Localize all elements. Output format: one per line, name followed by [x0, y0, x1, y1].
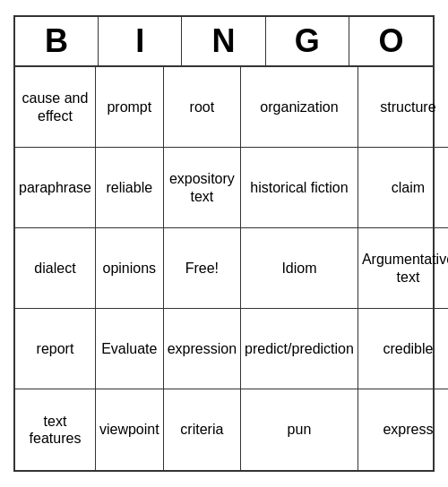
header-letter: G — [266, 17, 349, 65]
cell-text: dialect — [34, 260, 75, 277]
cell-text: expository text — [168, 170, 237, 204]
bingo-cell: text features — [15, 389, 96, 470]
cell-text: paraphrase — [19, 179, 91, 196]
cell-text: historical fiction — [250, 179, 348, 196]
bingo-cell: Idiom — [241, 228, 358, 309]
bingo-card: BINGO cause and effectpromptrootorganiza… — [13, 15, 435, 472]
bingo-cell: Evaluate — [96, 309, 164, 389]
cell-text: viewpoint — [99, 421, 159, 438]
bingo-cell: pun — [241, 389, 358, 470]
cell-text: pun — [288, 421, 312, 438]
cell-text: Evaluate — [101, 340, 157, 357]
bingo-cell: historical fiction — [241, 148, 358, 228]
cell-text: reliable — [107, 179, 153, 196]
bingo-cell: cause and effect — [15, 67, 96, 148]
bingo-cell: paraphrase — [15, 148, 96, 228]
cell-text: Argumentative text — [362, 251, 448, 285]
cell-text: criteria — [180, 421, 223, 438]
cell-text: text features — [19, 413, 91, 447]
bingo-cell: Argumentative text — [358, 228, 448, 309]
bingo-cell: criteria — [164, 389, 241, 470]
bingo-cell: express — [358, 389, 448, 470]
cell-text: opinions — [103, 260, 157, 277]
cell-text: claim — [392, 179, 425, 196]
cell-text: predict/prediction — [245, 340, 354, 357]
header-letter: I — [99, 17, 182, 65]
bingo-cell: viewpoint — [96, 389, 164, 470]
bingo-cell: reliable — [96, 148, 164, 228]
bingo-cell: organization — [241, 67, 358, 148]
cell-text: report — [37, 340, 74, 357]
bingo-cell: credible — [358, 309, 448, 389]
bingo-cell: opinions — [96, 228, 164, 309]
cell-text: root — [190, 98, 215, 115]
cell-text: express — [383, 421, 433, 438]
bingo-cell: report — [15, 309, 96, 389]
cell-text: credible — [383, 340, 433, 357]
bingo-cell: prompt — [96, 67, 164, 148]
bingo-cell: expository text — [164, 148, 241, 228]
header-letter: O — [349, 17, 433, 65]
cell-text: cause and effect — [19, 90, 91, 124]
bingo-cell: expression — [164, 309, 241, 389]
header-letter: B — [15, 17, 99, 65]
header-letter: N — [182, 17, 265, 65]
bingo-cell: Free! — [164, 228, 241, 309]
cell-text: expression — [168, 340, 237, 357]
bingo-cell: claim — [358, 148, 448, 228]
cell-text: organization — [260, 98, 338, 115]
bingo-cell: predict/prediction — [241, 309, 358, 389]
bingo-cell: structure — [358, 67, 448, 148]
cell-text: prompt — [107, 98, 151, 115]
bingo-cell: root — [164, 67, 241, 148]
bingo-cell: dialect — [15, 228, 96, 309]
cell-text: structure — [380, 98, 435, 115]
bingo-header: BINGO — [15, 17, 433, 67]
bingo-grid: cause and effectpromptrootorganizationst… — [15, 67, 433, 470]
cell-text: Free! — [185, 260, 219, 277]
cell-text: Idiom — [281, 260, 316, 277]
